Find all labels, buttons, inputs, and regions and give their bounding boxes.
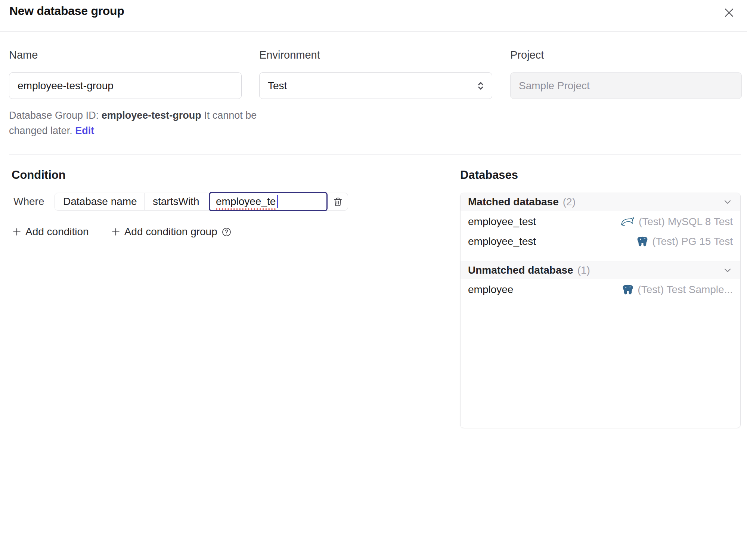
database-row: employee (Test) Test Sample... bbox=[461, 280, 740, 299]
matched-database-title: Matched database bbox=[468, 196, 559, 208]
name-label: Name bbox=[9, 49, 242, 61]
plus-icon bbox=[111, 227, 121, 237]
project-value: Sample Project bbox=[519, 80, 590, 92]
project-label: Project bbox=[510, 49, 742, 61]
environment-selected-value: Test bbox=[268, 80, 287, 92]
instance-label: (Test) Test Sample... bbox=[638, 284, 733, 296]
condition-field-value: Database name bbox=[63, 196, 137, 208]
database-instance: (Test) PG 15 Test bbox=[637, 236, 733, 248]
condition-row: Database name startsWith employee_te bbox=[55, 193, 348, 211]
help-icon[interactable] bbox=[221, 227, 232, 237]
condition-operator-value: startsWith bbox=[153, 196, 199, 208]
condition-operator-select[interactable]: startsWith bbox=[145, 193, 209, 210]
name-input[interactable] bbox=[9, 72, 242, 99]
project-input: Sample Project bbox=[510, 72, 742, 99]
instance-label: (Test) PG 15 Test bbox=[652, 236, 733, 248]
database-row: employee_test (Test) MySQL 8 Test bbox=[461, 212, 740, 231]
database-name: employee_test bbox=[468, 216, 536, 228]
unmatched-database-header[interactable]: Unmatched database (1) bbox=[461, 261, 740, 279]
instance-label: (Test) MySQL 8 Test bbox=[639, 216, 733, 228]
mysql-icon bbox=[620, 217, 635, 227]
selector-chevrons-icon bbox=[475, 81, 486, 91]
unmatched-database-count: (1) bbox=[577, 264, 590, 276]
dialog-header: New database group bbox=[0, 0, 747, 32]
name-field-group: Name bbox=[9, 49, 242, 99]
databases-panel: Matched database (2) employee_test (Test… bbox=[460, 193, 741, 428]
chevron-down-icon bbox=[722, 197, 733, 207]
database-instance: (Test) MySQL 8 Test bbox=[620, 216, 733, 228]
hint-prefix: Database Group ID: bbox=[9, 110, 102, 121]
database-instance: (Test) Test Sample... bbox=[622, 284, 733, 296]
chevron-down-icon bbox=[722, 265, 733, 276]
delete-condition-button[interactable] bbox=[328, 193, 348, 210]
plus-icon bbox=[12, 227, 22, 237]
environment-field-group: Environment Test bbox=[259, 49, 492, 99]
database-name: employee_test bbox=[468, 236, 536, 248]
unmatched-database-title: Unmatched database bbox=[468, 264, 573, 276]
postgres-icon bbox=[637, 236, 648, 247]
dialog-title: New database group bbox=[9, 4, 124, 18]
environment-label: Environment bbox=[259, 49, 492, 61]
add-condition-button[interactable]: Add condition bbox=[12, 226, 89, 238]
condition-field-select[interactable]: Database name bbox=[55, 193, 145, 210]
hint-group-id: employee-test-group bbox=[102, 110, 201, 121]
environment-select[interactable]: Test bbox=[259, 72, 492, 99]
condition-heading: Condition bbox=[12, 168, 66, 182]
database-name: employee bbox=[468, 284, 513, 296]
matched-database-header[interactable]: Matched database (2) bbox=[461, 193, 740, 211]
matched-database-rows: employee_test (Test) MySQL 8 Test employ… bbox=[461, 211, 740, 261]
condition-value-input[interactable]: employee_te bbox=[209, 192, 328, 211]
add-condition-group-label: Add condition group bbox=[124, 226, 217, 238]
trash-icon bbox=[333, 197, 343, 207]
unmatched-database-rows: employee (Test) Test Sample... bbox=[461, 279, 740, 309]
database-group-id-hint: Database Group ID: employee-test-group I… bbox=[9, 108, 257, 139]
where-label: Where bbox=[13, 193, 44, 211]
database-row: employee_test (Test) PG 15 Test bbox=[461, 231, 740, 251]
databases-heading: Databases bbox=[460, 168, 518, 182]
condition-value-text: employee_te bbox=[216, 196, 276, 208]
close-icon bbox=[723, 6, 735, 19]
condition-actions: Add condition Add condition group bbox=[12, 226, 232, 238]
postgres-icon bbox=[622, 284, 633, 295]
add-condition-label: Add condition bbox=[25, 226, 89, 238]
text-caret bbox=[277, 195, 278, 208]
edit-id-link[interactable]: Edit bbox=[75, 125, 94, 136]
matched-database-count: (2) bbox=[563, 196, 576, 208]
section-divider bbox=[9, 154, 741, 155]
add-condition-group-button[interactable]: Add condition group bbox=[111, 226, 232, 238]
project-field-group: Project Sample Project bbox=[510, 49, 742, 99]
close-button[interactable] bbox=[721, 4, 737, 21]
